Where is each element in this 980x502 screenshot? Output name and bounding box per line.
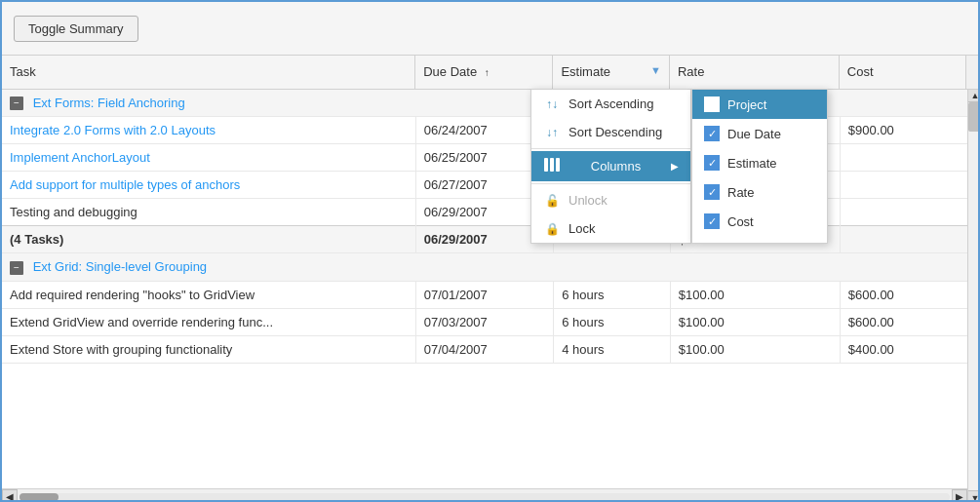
app-container: Toggle Summary Task Due Date <box>2 2 980 502</box>
scroll-track <box>20 493 950 501</box>
cell-estimate: 4 hours <box>554 335 671 363</box>
cell-task: Add required rendering "hooks" to GridVi… <box>2 281 415 308</box>
cell-task: Implement AnchorLayout <box>2 144 415 172</box>
grid-container: Task Due Date ↑ Estimate ▼ Rate Cost <box>2 56 980 502</box>
summary-cost <box>840 226 967 253</box>
sort-descending-item[interactable]: Sort Descending <box>531 118 690 146</box>
sort-descending-label: Sort Descending <box>568 125 662 139</box>
lock-icon <box>543 221 561 236</box>
horizontal-scrollbar[interactable]: ◀ ▶ <box>2 488 967 502</box>
cell-cost: $600.00 <box>840 308 967 335</box>
svg-rect-0 <box>544 158 548 172</box>
column-dropdown-menu: Sort Ascending Sort Descending <box>530 89 828 244</box>
menu-separator <box>531 148 690 149</box>
unlock-icon <box>543 193 561 208</box>
cell-rate: $100.00 <box>670 308 840 335</box>
cost-label: Cost <box>727 214 754 229</box>
cell-task: Extend Store with grouping functionality <box>2 335 415 363</box>
cell-task: Extend GridView and override rendering f… <box>2 308 415 335</box>
col-rate-label: Rate <box>678 64 704 79</box>
sort-asc-indicator: ↑ <box>485 67 490 78</box>
lock-item[interactable]: Lock <box>531 214 690 243</box>
sort-ascending-label: Sort Ascending <box>568 97 653 111</box>
unlock-item: Unlock <box>531 186 690 214</box>
cell-cost: $400.00 <box>840 335 967 363</box>
scroll-thumb-h[interactable] <box>20 493 59 501</box>
summary-task: (4 Tasks) <box>2 226 415 253</box>
sort-asc-icon <box>543 97 561 111</box>
cell-task: Testing and debugging <box>2 199 415 226</box>
header-bar: Toggle Summary <box>2 2 980 56</box>
cell-task: Integrate 2.0 Forms with 2.0 Layouts <box>2 117 415 144</box>
col-estimate-label: Estimate <box>561 64 610 79</box>
unlock-label: Unlock <box>568 193 608 208</box>
scroll-down-arrow[interactable]: ▼ <box>968 490 980 502</box>
scroll-thumb[interactable] <box>968 102 980 132</box>
group-row: − Ext Grid: Single-level Grouping <box>2 253 967 282</box>
table-row: Add required rendering "hooks" to GridVi… <box>2 281 967 308</box>
grid-table: Task Due Date ↑ Estimate ▼ Rate Cost <box>2 56 980 90</box>
cell-cost: $600.00 <box>840 281 967 308</box>
columns-label: Columns <box>591 159 641 174</box>
toggle-summary-button[interactable]: Toggle Summary <box>14 16 138 42</box>
dropdown-main: Sort Ascending Sort Descending <box>530 89 691 244</box>
submenu-arrow-icon: ▶ <box>671 161 679 172</box>
lock-label: Lock <box>568 221 595 236</box>
submenu-duedate-item[interactable]: ✓ Due Date <box>692 119 827 148</box>
submenu-cost-item[interactable]: ✓ Cost <box>692 207 827 236</box>
group-label: − Ext Grid: Single-level Grouping <box>2 253 967 282</box>
duedate-label: Due Date <box>727 127 781 141</box>
svg-rect-1 <box>550 158 554 172</box>
rate-label: Rate <box>727 185 754 200</box>
cell-duedate: 07/01/2007 <box>415 281 553 308</box>
cell-task: Add support for multiple types of anchor… <box>2 172 415 199</box>
filter-button[interactable]: ▼ <box>650 64 661 76</box>
submenu-estimate-item[interactable]: ✓ Estimate <box>692 148 827 177</box>
col-header-cost[interactable]: Cost <box>839 56 965 89</box>
col-header-scrollbar <box>966 56 980 89</box>
col-duedate-label: Due Date <box>423 64 477 79</box>
columns-item[interactable]: Columns ▶ <box>531 151 690 181</box>
cell-cost <box>840 144 967 172</box>
cell-cost: $900.00 <box>840 117 967 144</box>
estimate-label: Estimate <box>727 156 777 171</box>
scroll-left-arrow[interactable]: ◀ <box>2 489 18 503</box>
cell-duedate: 07/04/2007 <box>415 335 553 363</box>
menu-separator <box>531 183 690 184</box>
cell-rate: $100.00 <box>670 335 840 363</box>
col-header-rate[interactable]: Rate <box>669 56 839 89</box>
col-cost-label: Cost <box>847 64 874 79</box>
svg-rect-2 <box>556 158 560 172</box>
sort-desc-icon <box>543 125 561 139</box>
cell-duedate: 07/03/2007 <box>415 308 553 335</box>
cell-rate: $100.00 <box>670 281 840 308</box>
columns-submenu: Project ✓ Due Date ✓ Estimate ✓ Rate ✓ C… <box>691 89 828 244</box>
table-row: Extend GridView and override rendering f… <box>2 308 967 335</box>
col-header-task[interactable]: Task <box>2 56 415 89</box>
col-header-duedate[interactable]: Due Date ↑ <box>415 56 553 89</box>
sort-ascending-item[interactable]: Sort Ascending <box>531 90 690 118</box>
cell-cost <box>840 172 967 199</box>
duedate-checkbox: ✓ <box>704 126 720 141</box>
group-collapse-icon[interactable]: − <box>10 261 23 275</box>
cell-estimate: 6 hours <box>554 281 671 308</box>
cell-estimate: 6 hours <box>554 308 671 335</box>
project-checkbox <box>704 97 720 112</box>
col-header-estimate[interactable]: Estimate ▼ <box>553 56 670 89</box>
vertical-scrollbar[interactable]: ▲ ▼ <box>967 89 980 502</box>
estimate-checkbox: ✓ <box>704 155 720 171</box>
scroll-right-arrow[interactable]: ▶ <box>952 489 967 503</box>
table-row: Extend Store with grouping functionality… <box>2 335 967 363</box>
submenu-project-item[interactable]: Project <box>692 90 827 119</box>
submenu-rate-item[interactable]: ✓ Rate <box>692 177 827 207</box>
cell-cost <box>840 199 967 226</box>
group-collapse-icon[interactable]: − <box>10 97 23 110</box>
columns-icon <box>543 158 561 174</box>
project-label: Project <box>727 97 766 112</box>
cost-checkbox: ✓ <box>704 213 720 229</box>
col-task-label: Task <box>10 64 36 79</box>
rate-checkbox: ✓ <box>704 184 720 200</box>
scroll-up-arrow[interactable]: ▲ <box>968 89 980 102</box>
